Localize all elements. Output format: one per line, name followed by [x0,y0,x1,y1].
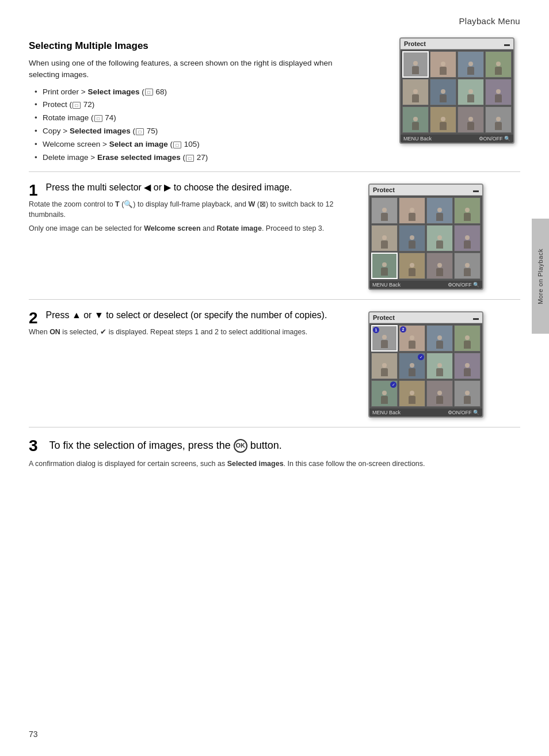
step-2-left: 2 Press ▲ or ▼ to select or deselect (or… [29,309,363,418]
page-title: Playback Menu [459,16,520,26]
camera-screen-3-header: Protect ▬ [369,312,482,323]
step-1-right: Protect ▬ [363,181,489,290]
thumb-1-8 [485,79,512,105]
onoff-label-3: ⚙ON/OFF 🔍 [448,410,480,415]
step-2: 2 Press ▲ or ▼ to select or deselect (or… [29,299,520,427]
thumb-1-10 [430,106,456,133]
thumb-1-12 [485,106,512,133]
thumb-2-10 [399,253,425,279]
thumb-3-1: 1 [371,325,398,352]
menu-back-1: MENU Back [403,136,432,142]
thumb-3-12 [454,380,481,407]
camera-footer-2: MENU Back ⚙ON/OFF 🔍 [369,281,482,289]
page-header: Playback Menu [0,0,549,32]
bullet-6: Delete image > Erase selected images (□ … [35,151,382,165]
thumb-3-5 [371,353,398,379]
thumb-3-7 [426,353,453,379]
thumb-2-7 [426,225,453,251]
thumb-3-4 [454,325,481,352]
battery-icon-2: ▬ [473,187,479,193]
camera-screen-1: Protect ▬ [399,37,514,144]
bullet-list: Print order > Select images (□ 68) Prote… [29,86,382,165]
camera-screen-2-header: Protect ▬ [369,185,482,196]
thumb-1-2 [430,51,456,78]
thumb-2-8 [454,225,481,251]
step-2-main: Press ▲ or ▼ to select or deselect (or s… [46,309,327,322]
thumb-3-10 [399,380,425,407]
section-heading: Selecting Multiple Images [29,40,382,52]
thumb-2-2 [399,197,425,224]
thumb-3-8 [454,353,481,379]
bullet-3: Rotate image (□ 74) [35,112,382,125]
bullet-5: Welcome screen > Select an image (□ 105) [35,138,382,151]
thumb-2-3 [426,197,453,224]
protect-label-1: Protect [404,40,426,47]
step-1-sub1: Rotate the zoom control to T (🔍) to disp… [29,199,351,221]
side-tab: More on Playback [532,219,549,334]
step-3-text: To fix the selection of images, press th… [49,438,282,453]
thumb-2-4 [454,197,481,224]
thumb-3-11 [426,380,453,407]
thumb-1-6 [430,79,456,105]
step-3-number: 3 [29,438,38,454]
menu-back-3: MENU Back [372,410,401,415]
step-3-sub: A confirmation dialog is displayed for c… [29,459,460,469]
camera-footer-3: MENU Back ⚙ON/OFF 🔍 [369,408,482,417]
intro-right: Protect ▬ [394,37,520,171]
camera-grid-1 [401,49,513,135]
step-3: 3 To fix the selection of images, press … [29,427,520,481]
page-number: 73 [29,730,38,739]
battery-icon-3: ▬ [473,315,479,321]
step-1: 1 Press the multi selector ◀ or ▶ to cho… [29,171,520,299]
thumb-2-9 [371,253,398,279]
step-1-main: Press the multi selector ◀ or ▶ to choos… [46,181,292,194]
thumb-3-9: ✓ [371,380,398,407]
onoff-label-1: ⚙ON/OFF 🔍 [479,136,511,142]
bullet-2: Protect (□ 72) [35,98,382,112]
thumb-3-3 [426,325,453,352]
main-content: Selecting Multiple Images When using one… [0,32,549,504]
step-1-left: 1 Press the multi selector ◀ or ▶ to cho… [29,181,363,290]
thumb-2-11 [426,253,453,279]
step-1-number: 1 [29,182,38,198]
step-1-sub2: Only one image can be selected for Welco… [29,223,351,234]
thumb-1-3 [458,51,484,78]
camera-screen-1-header: Protect ▬ [401,39,513,49]
intro-left: Selecting Multiple Images When using one… [29,37,382,171]
thumb-2-1 [371,197,398,224]
battery-icon-1: ▬ [504,41,510,47]
protect-label-2: Protect [373,186,395,193]
thumb-2-5 [371,225,398,251]
camera-grid-3: 1 2 ✓ [369,323,482,408]
onoff-label-2: ⚙ON/OFF 🔍 [448,282,480,288]
side-tab-label: More on Playback [537,249,544,304]
steps-area: 1 Press the multi selector ◀ or ▶ to cho… [29,171,520,481]
step-3-main: 3 To fix the selection of images, press … [29,437,520,454]
intro-block: Selecting Multiple Images When using one… [29,37,520,171]
thumb-3-2: 2 [399,325,425,352]
thumb-1-1 [402,51,429,78]
camera-screen-3: Protect ▬ 1 2 [368,311,483,418]
ok-button-icon: OK [234,439,247,453]
step-2-number: 2 [29,310,38,326]
thumb-1-7 [458,79,484,105]
thumb-1-9 [402,106,429,133]
thumb-2-12 [454,253,481,279]
intro-text: When using one of the following features… [29,58,363,81]
thumb-1-5 [402,79,429,105]
thumb-3-6: ✓ [399,353,425,379]
camera-grid-2 [369,196,482,281]
thumb-2-6 [399,225,425,251]
protect-label-3: Protect [373,314,395,321]
camera-footer-1: MENU Back ⚙ON/OFF 🔍 [401,135,513,143]
menu-back-2: MENU Back [372,282,401,288]
step-2-sub1: When ON is selected, ✔ is displayed. Rep… [29,327,351,338]
step-2-right: Protect ▬ 1 2 [363,309,489,418]
bullet-1: Print order > Select images (□ 68) [35,86,382,99]
bullet-4: Copy > Selected images (□ 75) [35,125,382,138]
page: Playback Menu More on Playback Selecting… [0,0,549,756]
thumb-1-11 [458,106,484,133]
thumb-1-4 [485,51,512,78]
camera-screen-2: Protect ▬ [368,184,483,290]
